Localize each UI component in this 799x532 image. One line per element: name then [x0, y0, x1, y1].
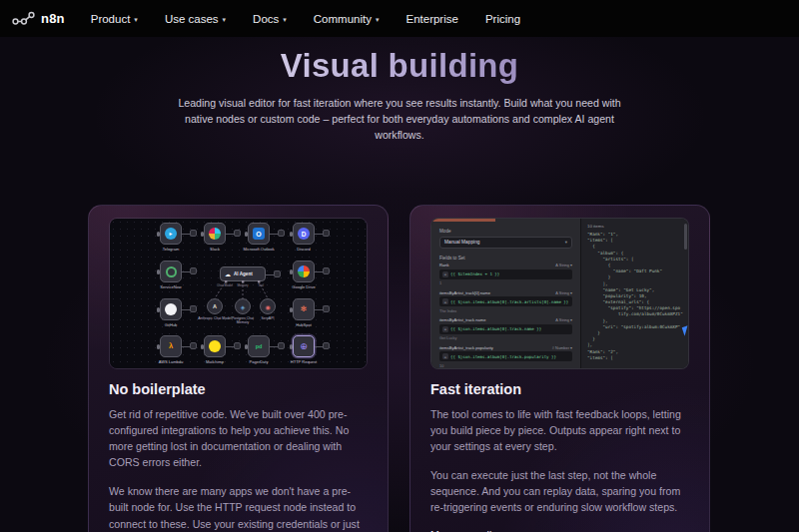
subnode-serpapi: ◉	[260, 298, 276, 314]
node-port	[290, 344, 293, 349]
node-wire	[315, 309, 323, 310]
node-label: Discord	[280, 247, 328, 252]
workflow-canvas: ▸ Telegram Slack O Microsoft Outlook D	[110, 219, 367, 368]
node-label: Telegram	[147, 247, 195, 252]
node-wire	[226, 346, 234, 347]
connector-square	[323, 267, 330, 274]
node-port	[245, 344, 248, 349]
agent-port-label: Chat Model	[215, 283, 235, 287]
visual-building-section: Visual building Leading visual editor fo…	[0, 37, 799, 532]
node-wire	[270, 234, 278, 235]
node-discord: D	[293, 223, 315, 245]
n8n-logo-icon	[12, 10, 36, 28]
connector-square	[274, 270, 281, 277]
http-request-icon: ⊕	[300, 342, 308, 351]
pagerduty-icon: pd	[256, 343, 263, 349]
node-port	[157, 232, 160, 237]
card-paragraph: We know there are many apps we don't hav…	[109, 483, 370, 532]
node-wire	[270, 346, 278, 347]
node-port	[157, 269, 160, 274]
node-port	[201, 344, 204, 349]
google-drive-icon	[298, 266, 310, 277]
agent-port-label: Tool	[251, 283, 271, 287]
node-wire	[182, 309, 190, 310]
node-label: HTTP Request	[280, 359, 328, 364]
node-port	[157, 307, 160, 312]
node-port	[157, 344, 160, 349]
field-expression-input: ={{ $itemIndex + 1 }}	[439, 269, 572, 279]
fields-to-set-label: Fields to Set	[439, 256, 572, 261]
node-wire	[182, 346, 190, 347]
n8n-logo[interactable]: n8n	[12, 10, 65, 28]
field-row: itemsByArtist_track.nameA String ▾ ={{ $…	[439, 317, 572, 340]
connector-square	[278, 342, 285, 349]
section-subtitle: Leading visual editor for fast iteration…	[174, 96, 625, 144]
nav-item-use-cases[interactable]: Use cases▾	[165, 13, 226, 25]
node-label: ServiceNow	[147, 284, 195, 289]
node-wire	[315, 346, 323, 347]
node-http-request: ⊕	[293, 335, 315, 357]
node-ai-agent: ☁ AI Agent	[220, 266, 266, 281]
chevron-down-icon: ▾	[570, 290, 572, 295]
chevron-down-icon: ▾	[570, 345, 572, 350]
node-label: PagerDuty	[235, 359, 283, 364]
card-heading: Fast iteration	[430, 381, 691, 397]
node-wire	[315, 271, 323, 272]
workflow-editor-screenshot: ▸ Telegram Slack O Microsoft Outlook D	[109, 218, 368, 369]
node-wire	[266, 274, 274, 275]
nav-item-community[interactable]: Community▾	[314, 13, 380, 25]
nav-item-product[interactable]: Product▾	[91, 13, 138, 25]
ai-agent-label: AI Agent	[234, 271, 253, 276]
node-port	[245, 232, 248, 237]
node-label: Microsoft Outlook	[235, 247, 283, 252]
node-google-drive	[293, 261, 315, 282]
postgres-icon: ◈	[241, 303, 246, 310]
field-expression-input: ={{ $json.items.album[0].track.popularit…	[439, 351, 572, 361]
field-name: Rank	[439, 263, 449, 267]
field-type-badge: A String ▾	[555, 290, 572, 295]
node-label: Google Drive	[280, 284, 328, 289]
field-row: itemsByArtist_track.popularity# Number ▾…	[439, 345, 572, 368]
field-expression-input: ={{ $json.items.album[0].track.artists[0…	[439, 296, 572, 306]
field-name: itemsByArtist_track.popularity	[439, 345, 493, 350]
aws-lambda-icon: λ	[169, 342, 173, 350]
node-label: Slack	[191, 247, 239, 252]
node-servicenow	[160, 261, 182, 282]
card-paragraph: The tool comes to life with fast feedbac…	[430, 406, 691, 454]
connector-square	[323, 230, 330, 237]
servicenow-icon	[166, 266, 177, 277]
hubspot-icon: ✻	[301, 305, 307, 313]
settings-panel: Mode Manual Mapping ▾ Fields to Set Rank…	[431, 219, 581, 368]
expression-toggle-icon: =	[442, 298, 448, 304]
node-telegram: ▸	[160, 223, 182, 245]
output-items-count: 10 items	[587, 224, 686, 229]
outlook-icon: O	[253, 228, 265, 240]
connector-square	[190, 267, 197, 274]
field-row: RankA String ▾ ={{ $itemIndex + 1 }} 1	[439, 263, 572, 285]
mailchimp-icon	[209, 340, 221, 352]
node-label: GitHub	[147, 322, 195, 327]
chevron-down-icon: ▾	[223, 16, 227, 24]
nav-item-pricing[interactable]: Pricing	[485, 13, 520, 25]
json-output: "Rank": "1", "items": [ { "album": { "ar…	[587, 232, 686, 361]
field-name: itemsByArtist_track[0].name	[439, 290, 490, 295]
node-port	[201, 232, 204, 237]
expression-toggle-icon: =	[442, 326, 448, 332]
subnode-postgres-chat-memory: ◈	[235, 298, 251, 314]
node-wire	[182, 271, 190, 272]
card-text-block: No boilerplate Get rid of repetitive cod…	[109, 381, 370, 532]
field-type-badge: # Number ▾	[552, 345, 572, 350]
panel-accent-bar	[431, 219, 495, 222]
nav-item-docs[interactable]: Docs▾	[253, 13, 287, 25]
anthropic-icon: A	[213, 303, 217, 309]
nav-item-enterprise[interactable]: Enterprise	[405, 13, 457, 25]
connector-square	[323, 342, 330, 349]
node-label: AWS Lambda	[147, 359, 195, 364]
more-on-coding-link[interactable]: More on coding→	[430, 529, 691, 532]
connector-square	[278, 230, 285, 237]
node-settings-screenshot: Mode Manual Mapping ▾ Fields to Set Rank…	[430, 218, 689, 369]
github-icon	[165, 303, 177, 315]
node-wire	[226, 234, 234, 235]
node-wire	[182, 234, 190, 235]
field-result: The Index	[439, 308, 572, 313]
